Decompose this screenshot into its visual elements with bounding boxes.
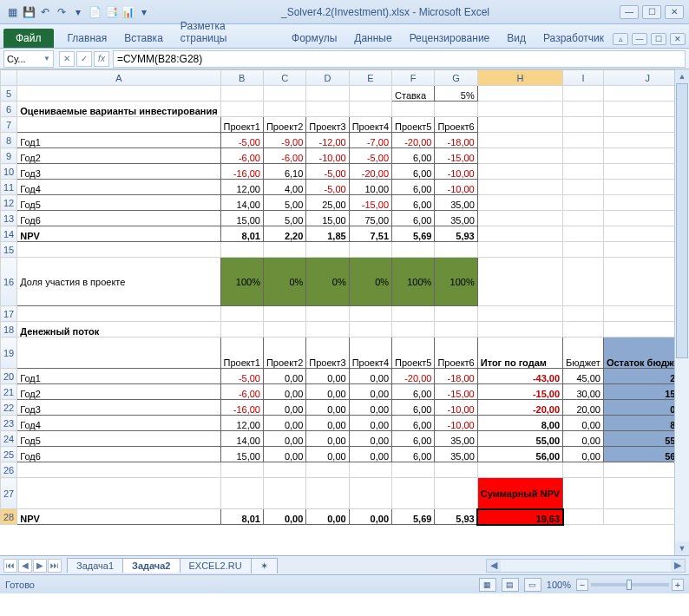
cell-G27[interactable]: [435, 478, 477, 509]
cell-B24[interactable]: 14,00: [220, 431, 263, 447]
zoom-slider[interactable]: [591, 583, 669, 587]
cell-D6[interactable]: [306, 102, 349, 117]
cell-A19[interactable]: [17, 337, 220, 369]
cell-I7[interactable]: [563, 117, 604, 133]
cell-H10[interactable]: [477, 164, 562, 180]
cell-I15[interactable]: [563, 242, 604, 258]
cell-G21[interactable]: -15,00: [435, 384, 477, 400]
cell-F20[interactable]: -20,00: [392, 369, 435, 384]
cell-E25[interactable]: 0,00: [349, 447, 391, 462]
cell-A20[interactable]: Год1: [17, 369, 220, 384]
cell-J24[interactable]: 55,00: [603, 431, 674, 447]
cell-B11[interactable]: 12,00: [220, 180, 263, 195]
row-header-7[interactable]: 7: [1, 117, 17, 133]
qat-icon2[interactable]: 📄: [88, 5, 102, 19]
cell-G14[interactable]: 5,93: [435, 226, 477, 242]
cell-G18[interactable]: [435, 322, 477, 337]
cell-B19[interactable]: Проект1: [220, 337, 263, 369]
cell-C8[interactable]: -9,00: [263, 133, 305, 148]
row-header-22[interactable]: 22: [1, 400, 17, 416]
cell-E12[interactable]: -15,00: [349, 195, 391, 211]
col-header-B[interactable]: B: [220, 70, 263, 86]
redo-icon[interactable]: ↷: [55, 5, 69, 19]
scroll-left-icon[interactable]: ◀: [487, 560, 501, 572]
cell-C19[interactable]: Проект2: [263, 337, 305, 369]
fx-button[interactable]: fx: [94, 51, 109, 67]
cell-A12[interactable]: Год5: [17, 195, 220, 211]
cell-J27[interactable]: [603, 478, 674, 509]
row-header-28[interactable]: 28: [1, 509, 17, 525]
cell-H15[interactable]: [477, 242, 562, 258]
cell-I27[interactable]: [563, 478, 604, 509]
cell-G13[interactable]: 35,00: [435, 211, 477, 226]
sheet-grid[interactable]: ABCDEFGHIJ5Ставка5%6Оцениваемые варианты…: [0, 69, 674, 555]
cell-J21[interactable]: 15,00: [603, 384, 674, 400]
cell-G28[interactable]: 5,93: [435, 509, 477, 525]
cell-I24[interactable]: 0,00: [563, 431, 604, 447]
cell-F12[interactable]: 6,00: [392, 195, 435, 211]
view-break-button[interactable]: ▭: [524, 578, 541, 592]
cell-C17[interactable]: [263, 306, 305, 322]
cell-G9[interactable]: -15,00: [435, 148, 477, 164]
cell-A10[interactable]: Год3: [17, 164, 220, 180]
select-all-corner[interactable]: [1, 70, 17, 86]
cell-E8[interactable]: -7,00: [349, 133, 391, 148]
qat-more-icon[interactable]: ▾: [137, 5, 151, 19]
doc-min-button[interactable]: —: [632, 33, 647, 45]
cell-G12[interactable]: 35,00: [435, 195, 477, 211]
cell-D17[interactable]: [306, 306, 349, 322]
cell-D9[interactable]: -10,00: [306, 148, 349, 164]
col-header-J[interactable]: J: [603, 70, 674, 86]
undo-icon[interactable]: ↶: [38, 5, 52, 19]
cell-C16[interactable]: 0%: [263, 258, 305, 306]
cell-B23[interactable]: 12,00: [220, 416, 263, 431]
cell-H22[interactable]: -20,00: [477, 400, 562, 416]
cell-D8[interactable]: -12,00: [306, 133, 349, 148]
cell-I22[interactable]: 20,00: [563, 400, 604, 416]
cell-A7[interactable]: [17, 117, 220, 133]
cell-H28[interactable]: 19,63: [477, 509, 562, 525]
cell-A25[interactable]: Год6: [17, 447, 220, 462]
row-header-13[interactable]: 13: [1, 211, 17, 226]
cell-F26[interactable]: [392, 462, 435, 478]
cell-E26[interactable]: [349, 462, 391, 478]
cell-J17[interactable]: [603, 306, 674, 322]
col-header-D[interactable]: D: [306, 70, 349, 86]
cell-F13[interactable]: 6,00: [392, 211, 435, 226]
file-tab[interactable]: Файл: [3, 29, 54, 48]
cell-J19[interactable]: Остаток бюджета: [603, 337, 674, 369]
cell-C26[interactable]: [263, 462, 305, 478]
cell-G17[interactable]: [435, 306, 477, 322]
cell-G11[interactable]: -10,00: [435, 180, 477, 195]
cell-C25[interactable]: 0,00: [263, 447, 305, 462]
cell-A13[interactable]: Год6: [17, 211, 220, 226]
cell-H17[interactable]: [477, 306, 562, 322]
cell-J15[interactable]: [603, 242, 674, 258]
cell-E10[interactable]: -20,00: [349, 164, 391, 180]
cell-C11[interactable]: 4,00: [263, 180, 305, 195]
enter-fx-button[interactable]: ✓: [76, 51, 92, 67]
cell-J9[interactable]: [603, 148, 674, 164]
cell-D12[interactable]: 25,00: [306, 195, 349, 211]
cell-D21[interactable]: 0,00: [306, 384, 349, 400]
cell-C14[interactable]: 2,20: [263, 226, 305, 242]
cell-A16[interactable]: Доля участия в проекте: [17, 258, 220, 306]
cell-C9[interactable]: -6,00: [263, 148, 305, 164]
ribbon-tab-developer[interactable]: Разработчик: [535, 29, 613, 48]
cancel-fx-button[interactable]: ✕: [59, 51, 75, 67]
cell-E9[interactable]: -5,00: [349, 148, 391, 164]
vertical-scrollbar[interactable]: ▲ ▼: [674, 69, 689, 555]
cell-H7[interactable]: [477, 117, 562, 133]
view-normal-button[interactable]: ▦: [479, 578, 496, 592]
row-header-21[interactable]: 21: [1, 384, 17, 400]
col-header-C[interactable]: C: [263, 70, 305, 86]
view-layout-button[interactable]: ▤: [502, 578, 519, 592]
row-header-25[interactable]: 25: [1, 447, 17, 462]
cell-A27[interactable]: [17, 478, 220, 509]
row-header-5[interactable]: 5: [1, 86, 17, 102]
cell-G16[interactable]: 100%: [435, 258, 477, 306]
cell-C20[interactable]: 0,00: [263, 369, 305, 384]
cell-I21[interactable]: 30,00: [563, 384, 604, 400]
cell-F18[interactable]: [392, 322, 435, 337]
cell-D13[interactable]: 15,00: [306, 211, 349, 226]
